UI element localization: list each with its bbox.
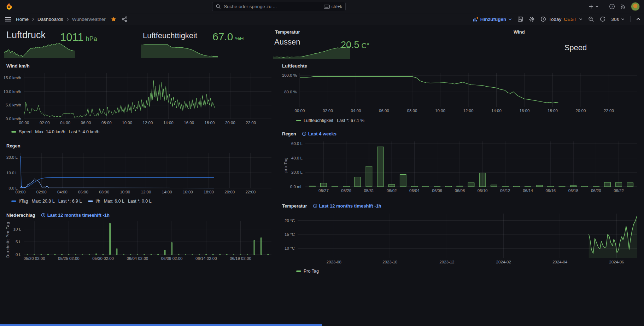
legend-item[interactable]: SpeedMax: 14.0 km/hLast *: 4.0 km/h — [11, 129, 99, 134]
keyboard-icon — [324, 5, 330, 9]
legend-series-name: Speed — [19, 129, 31, 134]
divider — [604, 4, 604, 10]
svg-text:2023-08: 2023-08 — [327, 260, 341, 264]
help-button[interactable]: ? — [609, 4, 615, 10]
svg-text:40.0 L: 40.0 L — [291, 156, 303, 160]
svg-text:18:00: 18:00 — [548, 109, 558, 113]
grafana-flame-icon — [5, 2, 13, 10]
panel-regen-bars: Regen Last 4 weeks pro Tag 05/2705/2905/… — [279, 128, 641, 197]
panel-title[interactable]: Wind — [514, 29, 525, 35]
panel-luftfeuchtigkeit: Luftfeuchttigkeit 67.0 %H — [140, 26, 269, 59]
svg-text:15.0 km/h: 15.0 km/h — [4, 76, 21, 80]
legend-swatch — [11, 131, 16, 133]
breadcrumb-home[interactable]: Home — [16, 17, 29, 22]
svg-text:5.0 km/h: 5.0 km/h — [6, 103, 21, 107]
svg-text:02:00: 02:00 — [36, 190, 47, 194]
save-dashboard-button[interactable] — [517, 16, 523, 22]
breadcrumb-current-dashboard: Wunderweather — [72, 17, 106, 22]
regen-lines-chart[interactable]: 00:0002:0004:0006:0008:0010:0012:0014:00… — [4, 151, 274, 196]
refresh-interval-dropdown[interactable]: 30s — [611, 17, 625, 22]
clock-icon — [540, 16, 546, 22]
svg-text:80.0 %: 80.0 % — [284, 90, 297, 94]
temperatur-year-chart[interactable]: 2023-082023-102023-122024-022024-042024-… — [280, 211, 640, 266]
svg-text:06/04 02:00: 06/04 02:00 — [127, 256, 148, 261]
regen-bars-timerange-link[interactable]: Last 4 weeks — [302, 131, 336, 136]
panel-title[interactable]: Niederschlag — [6, 213, 35, 218]
luftfeuchtigkeit-value: 67.0 %H — [212, 31, 244, 43]
niederschlag-timerange-link[interactable]: Last 12 months timeshift -1h — [41, 213, 110, 218]
panel-temperatur-year: Temperatur Last 12 months timeshift -1h … — [279, 200, 641, 276]
svg-text:04:00: 04:00 — [351, 109, 361, 113]
svg-text:18:00: 18:00 — [204, 190, 214, 194]
grafana-logo[interactable] — [5, 2, 13, 10]
temperatur-timerange-link[interactable]: Last 12 months timeshift -1h — [313, 203, 381, 209]
legend-series-name: l/h — [95, 199, 100, 204]
breadcrumb-dashboards[interactable]: Dashboards — [37, 17, 63, 22]
add-panel-button[interactable]: Hinzufügen — [473, 17, 512, 22]
search-shortcut: ctrl+k — [332, 4, 342, 9]
regen-bars-chart[interactable]: 05/2705/2905/3106/0206/0406/0606/0806/10… — [285, 139, 640, 194]
svg-text:10.0 km/h: 10.0 km/h — [4, 89, 21, 94]
luftfeuchte-chart[interactable]: 00:0002:0004:0006:0008:0010:0012:0014:00… — [280, 71, 640, 115]
svg-text:04:00: 04:00 — [57, 190, 68, 194]
svg-text:60.0 L: 60.0 L — [291, 141, 303, 146]
svg-text:10.0 L: 10.0 L — [6, 171, 18, 175]
panel-title[interactable]: Regen — [6, 143, 21, 149]
news-rss-button[interactable] — [620, 4, 626, 10]
new-button[interactable] — [589, 4, 599, 9]
svg-text:05/25 02:00: 05/25 02:00 — [58, 256, 80, 261]
svg-text:06/14 02:00: 06/14 02:00 — [195, 256, 217, 261]
legend-item[interactable]: l/TagMax: 20.8 LLast *: 6.9 L — [11, 199, 82, 204]
panel-title[interactable]: Temperatur — [275, 29, 300, 35]
user-avatar[interactable] — [631, 2, 640, 11]
clock-icon — [302, 132, 306, 136]
niederschlag-chart[interactable]: 05/20 02:0005/25 02:0005/30 02:0006/04 0… — [9, 219, 274, 262]
luftfeuchte-legend: LuftfeuchtigkeitLast *: 67.1 % — [296, 117, 364, 124]
svg-text:20:00: 20:00 — [224, 190, 235, 194]
panel-title[interactable]: Luftdruck — [6, 30, 46, 41]
svg-text:08:00: 08:00 — [407, 109, 417, 113]
time-range-picker[interactable]: Today CEST — [540, 16, 582, 22]
svg-text:00:00: 00:00 — [16, 190, 26, 194]
collapse-toolbar-button[interactable] — [636, 18, 640, 21]
svg-text:08:00: 08:00 — [99, 190, 109, 194]
svg-text:16:00: 16:00 — [183, 190, 193, 194]
divider — [630, 16, 631, 22]
panel-title[interactable]: Wind km/h — [6, 63, 30, 69]
refresh-button[interactable] — [600, 16, 605, 22]
svg-text:16:00: 16:00 — [184, 121, 194, 125]
svg-text:20.0 L: 20.0 L — [6, 155, 18, 159]
temperatur-year-legend: Pro Tag — [296, 268, 319, 274]
wind-kmh-chart[interactable]: 00:0002:0004:0006:0008:0010:0012:0014:00… — [4, 71, 274, 127]
svg-text:06/14: 06/14 — [523, 188, 533, 193]
dashboard-settings-button[interactable] — [529, 16, 535, 22]
stat-unit: %H — [235, 35, 244, 41]
share-button[interactable] — [122, 16, 128, 22]
legend-stat: Last *: 4.0 km/h — [69, 129, 100, 134]
chevron-down-icon — [508, 18, 512, 21]
wind-kmh-legend: SpeedMax: 14.0 km/hLast *: 4.0 km/h — [11, 129, 99, 135]
svg-text:2023-12: 2023-12 — [439, 260, 454, 264]
add-panel-label: Hinzufügen — [480, 17, 507, 22]
panel-title[interactable]: Temperatur — [282, 203, 307, 209]
favorite-star-button[interactable] — [111, 16, 117, 22]
legend-item[interactable]: LuftfeuchtigkeitLast *: 67.1 % — [296, 118, 364, 123]
panel-wind-stat: Wind Speed — [510, 26, 641, 59]
svg-text:06/19 02:00: 06/19 02:00 — [230, 256, 251, 261]
svg-text:15 °C: 15 °C — [285, 232, 295, 237]
stat-unit: hPa — [86, 35, 97, 43]
search-input[interactable]: Suche oder springe zu ... ctrl+k — [212, 2, 346, 11]
panel-title[interactable]: Luftfeuchte — [282, 63, 307, 69]
panel-title[interactable]: Luftfeuchttigkeit — [143, 31, 197, 40]
legend-stat: Last *: 67.1 % — [337, 118, 364, 123]
bottom-accent-bar — [0, 324, 322, 326]
zoom-out-button[interactable] — [588, 16, 594, 22]
legend-item[interactable]: Pro Tag — [296, 269, 319, 274]
legend-swatch — [11, 200, 16, 202]
legend-item[interactable]: l/hMax: 6.0 LLast *: 0.0 L — [88, 199, 151, 204]
menu-toggle-button[interactable] — [5, 17, 11, 22]
legend-series-name: Pro Tag — [304, 269, 319, 274]
svg-text:10:00: 10:00 — [122, 121, 132, 125]
svg-text:22:00: 22:00 — [245, 190, 256, 194]
panel-title[interactable]: Regen — [282, 131, 296, 136]
